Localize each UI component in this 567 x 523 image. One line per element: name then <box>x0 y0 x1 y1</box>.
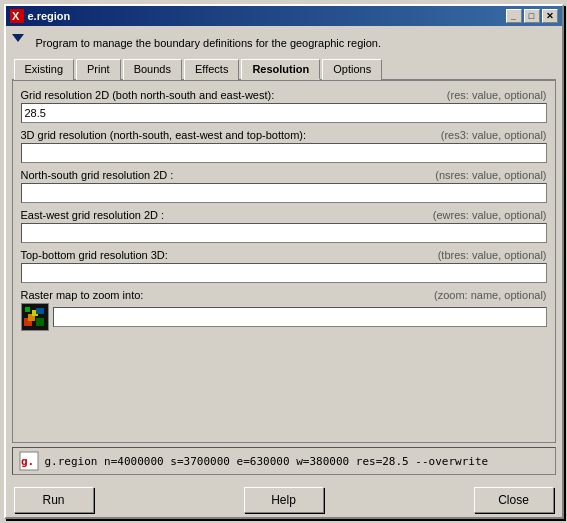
tab-print[interactable]: Print <box>76 59 121 80</box>
field-ew-res: East-west grid resolution 2D : (ewres: v… <box>21 209 547 243</box>
tab-content-resolution: Grid resolution 2D (both north-south and… <box>12 81 556 443</box>
field-grid-res-3d: 3D grid resolution (north-south, east-we… <box>21 129 547 163</box>
field-grid-res-3d-hint: (res3: value, optional) <box>441 129 547 141</box>
title-bar: X e.region _ □ ✕ <box>6 6 562 26</box>
field-grid-res-3d-label: 3D grid resolution (north-south, east-we… <box>21 129 307 141</box>
window-icon: X <box>10 9 24 23</box>
field-raster-zoom-label-row: Raster map to zoom into: (zoom: name, op… <box>21 289 547 301</box>
field-raster-zoom-hint: (zoom: name, optional) <box>434 289 547 301</box>
field-ns-res-input[interactable] <box>21 183 547 203</box>
tab-options[interactable]: Options <box>322 59 382 80</box>
tab-existing[interactable]: Existing <box>14 59 75 80</box>
field-ns-res-label: North-south grid resolution 2D : <box>21 169 174 181</box>
help-button[interactable]: Help <box>244 487 324 513</box>
description-bar: Program to manage the boundary definitio… <box>12 32 556 54</box>
field-raster-zoom-label: Raster map to zoom into: <box>21 289 144 301</box>
svg-text:g.: g. <box>21 455 34 468</box>
field-grid-res-3d-label-row: 3D grid resolution (north-south, east-we… <box>21 129 547 141</box>
raster-input-container <box>53 303 547 327</box>
arrow-icon <box>12 34 24 42</box>
raster-map-icon <box>22 304 48 330</box>
status-text: g.region n=4000000 s=3700000 e=630000 w=… <box>45 455 489 468</box>
svg-rect-8 <box>36 308 44 314</box>
field-tb-res: Top-bottom grid resolution 3D: (tbres: v… <box>21 249 547 283</box>
field-grid-res-2d-input[interactable] <box>21 103 547 123</box>
tab-bar: Existing Print Bounds Effects Resolution… <box>12 58 556 81</box>
window-title: e.region <box>28 10 71 22</box>
field-grid-res-2d-label: Grid resolution 2D (both north-south and… <box>21 89 275 101</box>
field-ew-res-label-row: East-west grid resolution 2D : (ewres: v… <box>21 209 547 221</box>
title-bar-left: X e.region <box>10 9 71 23</box>
run-button[interactable]: Run <box>14 487 94 513</box>
field-ns-res-label-row: North-south grid resolution 2D : (nsres:… <box>21 169 547 181</box>
field-tb-res-input[interactable] <box>21 263 547 283</box>
description-icon <box>12 34 30 52</box>
field-ew-res-hint: (ewres: value, optional) <box>433 209 547 221</box>
window-body: Program to manage the boundary definitio… <box>6 26 562 481</box>
tabs-container: Existing Print Bounds Effects Resolution… <box>12 58 556 443</box>
field-raster-zoom: Raster map to zoom into: (zoom: name, op… <box>21 289 547 331</box>
status-bar: g. g.region n=4000000 s=3700000 e=630000… <box>12 447 556 475</box>
title-bar-buttons: _ □ ✕ <box>506 9 558 23</box>
close-window-button[interactable]: ✕ <box>542 9 558 23</box>
svg-text:X: X <box>12 10 20 22</box>
field-ns-res: North-south grid resolution 2D : (nsres:… <box>21 169 547 203</box>
field-grid-res-2d-label-row: Grid resolution 2D (both north-south and… <box>21 89 547 101</box>
tab-bounds[interactable]: Bounds <box>123 59 182 80</box>
field-ew-res-input[interactable] <box>21 223 547 243</box>
field-grid-res-2d-hint: (res: value, optional) <box>447 89 547 101</box>
field-raster-zoom-input[interactable] <box>53 307 547 327</box>
field-grid-res-2d: Grid resolution 2D (both north-south and… <box>21 89 547 123</box>
minimize-button[interactable]: _ <box>506 9 522 23</box>
raster-row <box>21 303 547 331</box>
svg-rect-7 <box>36 318 44 326</box>
status-icon: g. <box>19 451 39 471</box>
field-grid-res-3d-input[interactable] <box>21 143 547 163</box>
tab-effects[interactable]: Effects <box>184 59 239 80</box>
main-window: X e.region _ □ ✕ Program to manage the b… <box>4 4 564 519</box>
field-ns-res-hint: (nsres: value, optional) <box>435 169 546 181</box>
close-button[interactable]: Close <box>474 487 554 513</box>
svg-rect-6 <box>25 307 30 312</box>
button-bar: Run Help Close <box>6 481 562 517</box>
field-ew-res-label: East-west grid resolution 2D : <box>21 209 165 221</box>
field-tb-res-hint: (tbres: value, optional) <box>438 249 547 261</box>
field-tb-res-label: Top-bottom grid resolution 3D: <box>21 249 168 261</box>
maximize-button[interactable]: □ <box>524 9 540 23</box>
description-text: Program to manage the boundary definitio… <box>36 37 382 49</box>
tab-resolution[interactable]: Resolution <box>241 59 320 80</box>
raster-icon-box[interactable] <box>21 303 49 331</box>
field-tb-res-label-row: Top-bottom grid resolution 3D: (tbres: v… <box>21 249 547 261</box>
